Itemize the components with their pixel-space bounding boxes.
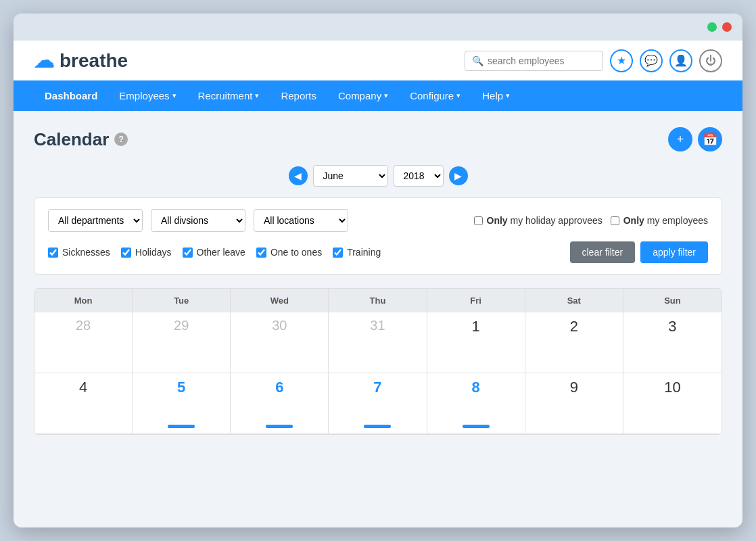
holidays-filter[interactable]: Holidays [121, 247, 172, 258]
logo-text: breathe [60, 50, 128, 72]
filters-row1: All departments All divsions All locatio… [48, 209, 708, 232]
window-maximize-btn[interactable] [707, 22, 717, 32]
filter-buttons: clear filter apply filter [570, 241, 709, 263]
nav-recruitment[interactable]: Recruitment ▾ [187, 80, 270, 111]
search-input[interactable] [488, 55, 596, 66]
cal-cell-6[interactable]: 6 [231, 373, 329, 434]
cal-event-bar-5 [168, 425, 195, 428]
only-employees-filter[interactable]: Only my employees [611, 215, 708, 226]
favorites-icon[interactable]: ★ [610, 49, 633, 72]
sicknesses-checkbox[interactable] [48, 248, 58, 258]
cal-header-mon: Mon [34, 289, 133, 312]
cal-header-tue: Tue [133, 289, 231, 312]
nav-company[interactable]: Company ▾ [327, 80, 399, 111]
cal-event-bar-8 [463, 425, 490, 428]
cal-cell-29[interactable]: 29 [133, 312, 231, 373]
cloud-icon: ☁ [34, 49, 54, 72]
filters-panel: All departments All divsions All locatio… [34, 197, 722, 275]
division-select[interactable]: All divsions [151, 209, 245, 232]
cal-header-sat: Sat [525, 289, 623, 312]
title-bar [14, 14, 742, 41]
cal-cell-30[interactable]: 30 [231, 312, 329, 373]
training-filter[interactable]: Training [333, 247, 381, 258]
help-tooltip-icon[interactable]: ? [114, 133, 128, 146]
one-to-ones-filter[interactable]: One to ones [256, 247, 322, 258]
clear-filter-button[interactable]: clear filter [570, 241, 636, 263]
only-employees-checkbox[interactable] [611, 216, 619, 225]
nav-dashboard[interactable]: Dashboard [34, 80, 108, 111]
cal-cell-9[interactable]: 9 [525, 373, 623, 434]
cal-cell-10[interactable]: 10 [623, 373, 722, 434]
power-icon[interactable]: ⏻ [699, 49, 722, 72]
cal-event-bar-6 [266, 425, 293, 428]
cal-event-bar-7 [364, 425, 391, 428]
cal-header-sun: Sun [623, 289, 722, 312]
cal-cell-3[interactable]: 3 [623, 312, 722, 373]
nav-reports[interactable]: Reports [270, 80, 327, 111]
header-right: 🔍 ★ 💬 👤 ⏻ [465, 49, 722, 72]
page-title-row: Calendar ? + 📅 [34, 127, 722, 151]
profile-icon[interactable]: 👤 [669, 49, 692, 72]
company-chevron: ▾ [384, 91, 388, 100]
next-month-button[interactable]: ▶ [449, 166, 468, 185]
window-close-btn[interactable] [722, 22, 732, 32]
location-select[interactable]: All locations [254, 209, 348, 232]
nav-help[interactable]: Help ▾ [471, 80, 521, 111]
add-event-button[interactable]: + [668, 127, 692, 151]
chat-icon[interactable]: 💬 [640, 49, 663, 72]
main-content: Calendar ? + 📅 ◀ JanuaryFebruaryMarch Ap… [14, 111, 742, 451]
only-holiday-filter[interactable]: Only my holiday approvees [474, 215, 603, 226]
cal-cell-31[interactable]: 31 [329, 312, 427, 373]
recruitment-chevron: ▾ [255, 91, 259, 100]
other-leave-filter[interactable]: Other leave [183, 247, 245, 258]
cal-header-fri: Fri [427, 289, 525, 312]
calendar-body: 28 29 30 31 1 2 3 [34, 312, 722, 434]
cal-header-wed: Wed [231, 289, 329, 312]
calendar-view-button[interactable]: 📅 [698, 127, 722, 151]
cal-cell-4[interactable]: 4 [34, 373, 133, 434]
month-nav: ◀ JanuaryFebruaryMarch AprilMayJune July… [34, 165, 722, 187]
cal-cell-28[interactable]: 28 [34, 312, 133, 373]
holidays-checkbox[interactable] [121, 248, 131, 258]
cal-cell-7[interactable]: 7 [329, 373, 427, 434]
app-window: ☁ breathe 🔍 ★ 💬 👤 ⏻ Dashboard Employees … [14, 14, 742, 527]
filters-row2: Sicknesses Holidays Other leave One to o… [48, 241, 708, 263]
month-select[interactable]: JanuaryFebruaryMarch AprilMayJune JulyAu… [313, 165, 388, 187]
title-actions: + 📅 [668, 127, 722, 151]
training-checkbox[interactable] [333, 248, 343, 258]
other-leave-checkbox[interactable] [183, 248, 193, 258]
nav-employees[interactable]: Employees ▾ [108, 80, 187, 111]
only-holiday-checkbox[interactable] [474, 216, 483, 225]
calendar-header: Mon Tue Wed Thu Fri Sat Sun [34, 289, 722, 312]
search-box: 🔍 [465, 51, 603, 71]
help-chevron: ▾ [506, 91, 510, 100]
app-header: ☁ breathe 🔍 ★ 💬 👤 ⏻ [14, 41, 742, 80]
calendar: Mon Tue Wed Thu Fri Sat Sun 28 29 30 [34, 288, 722, 435]
cal-header-thu: Thu [329, 289, 427, 312]
apply-filter-button[interactable]: apply filter [640, 241, 708, 263]
logo: ☁ breathe [34, 49, 128, 72]
configure-chevron: ▾ [456, 91, 460, 100]
employees-chevron: ▾ [172, 91, 176, 100]
navbar: Dashboard Employees ▾ Recruitment ▾ Repo… [14, 80, 742, 111]
cal-cell-8[interactable]: 8 [427, 373, 525, 434]
page-title: Calendar ? [34, 129, 128, 150]
sicknesses-filter[interactable]: Sicknesses [48, 247, 110, 258]
department-select[interactable]: All departments [48, 209, 143, 232]
one-to-ones-checkbox[interactable] [256, 248, 266, 258]
cal-cell-5[interactable]: 5 [133, 373, 231, 434]
prev-month-button[interactable]: ◀ [289, 166, 308, 185]
cal-cell-2[interactable]: 2 [525, 312, 623, 373]
nav-configure[interactable]: Configure ▾ [399, 80, 471, 111]
year-select[interactable]: 201620172018 20192020 [394, 165, 444, 187]
search-icon: 🔍 [472, 55, 483, 66]
cal-cell-1[interactable]: 1 [427, 312, 525, 373]
